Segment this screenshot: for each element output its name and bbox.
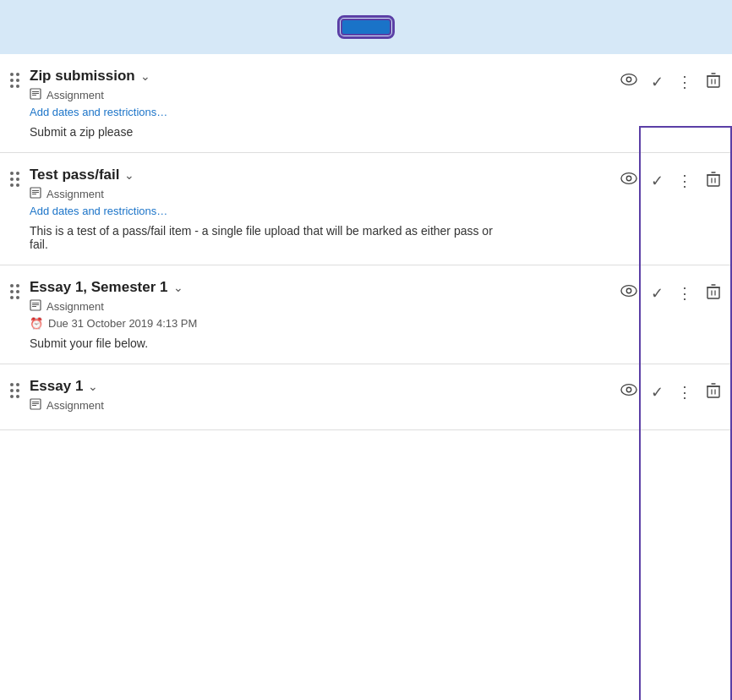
item-description: Submit your file below. [30, 336, 615, 350]
item-actions: ✓ ⋮ [615, 279, 732, 306]
chevron-down-icon[interactable]: ⌄ [140, 69, 150, 83]
item-type-label: Assignment [46, 89, 104, 101]
delete-button[interactable] [702, 69, 725, 91]
assignment-icon [30, 187, 41, 201]
more-options-button[interactable]: ⋮ [672, 69, 698, 95]
eye-icon [620, 73, 637, 86]
assignment-item: Zip submission ⌄ Assignment Add dates an… [0, 54, 732, 153]
add-dates-link[interactable]: Add dates and restrictions… [30, 106, 615, 118]
item-description: Submit a zip please [30, 125, 615, 139]
item-title-row: Essay 1 ⌄ [30, 378, 615, 395]
svg-point-27 [626, 288, 631, 293]
svg-rect-17 [707, 175, 719, 186]
svg-point-26 [621, 286, 636, 297]
due-date-text: Due 31 October 2019 4:13 PM [48, 317, 197, 330]
drag-handle[interactable] [0, 168, 26, 187]
assignment-icon [30, 88, 41, 102]
item-type-row: Assignment [30, 299, 615, 314]
chevron-down-icon[interactable]: ⌄ [173, 281, 183, 294]
drag-handle[interactable] [0, 69, 26, 88]
svg-point-4 [621, 74, 636, 85]
delete-button[interactable] [702, 168, 725, 190]
eye-icon [620, 383, 637, 396]
item-type-label: Assignment [46, 300, 104, 313]
item-actions: ✓ ⋮ [615, 68, 732, 95]
svg-point-5 [626, 77, 631, 81]
visibility-toggle-button[interactable] [615, 380, 642, 400]
due-date-row: ⏰ Due 31 October 2019 4:13 PM [30, 317, 615, 330]
delete-button[interactable] [702, 281, 725, 303]
assignment-icon [30, 299, 41, 314]
svg-point-38 [626, 387, 631, 391]
chevron-down-icon[interactable]: ⌄ [88, 380, 98, 393]
more-options-button[interactable]: ⋮ [672, 380, 698, 405]
done-editing-button[interactable] [341, 19, 391, 36]
item-main: Test pass/fail ⌄ Assignment Add dates an… [26, 167, 615, 251]
drag-handle[interactable] [0, 281, 26, 299]
item-type-label: Assignment [46, 399, 104, 412]
visibility-toggle-button[interactable] [615, 281, 642, 301]
item-description: This is a test of a pass/fail item - a s… [30, 224, 615, 251]
svg-rect-28 [707, 287, 719, 298]
item-title: Essay 1 [30, 378, 83, 395]
header [0, 0, 732, 54]
item-title: Essay 1, Semester 1 [30, 279, 168, 296]
assignment-item: Essay 1 ⌄ Assignment [0, 364, 732, 430]
eye-icon [620, 172, 637, 185]
item-title: Zip submission [30, 68, 135, 85]
item-type-row: Assignment [30, 398, 615, 413]
svg-rect-6 [707, 76, 719, 87]
svg-rect-39 [707, 386, 719, 397]
drag-handle[interactable] [0, 380, 26, 398]
check-button[interactable]: ✓ [646, 380, 669, 405]
item-main: Zip submission ⌄ Assignment Add dates an… [26, 68, 615, 139]
more-options-button[interactable]: ⋮ [672, 168, 698, 194]
item-main: Essay 1, Semester 1 ⌄ Assignment ⏰ Due 3… [26, 279, 615, 350]
svg-point-16 [626, 176, 631, 180]
assignment-item: Test pass/fail ⌄ Assignment Add dates an… [0, 153, 732, 265]
check-button[interactable]: ✓ [646, 281, 669, 306]
assignment-list: Zip submission ⌄ Assignment Add dates an… [0, 54, 732, 430]
more-options-button[interactable]: ⋮ [672, 281, 698, 306]
item-type-label: Assignment [46, 188, 104, 200]
assignment-item: Essay 1, Semester 1 ⌄ Assignment ⏰ Due 3… [0, 265, 732, 364]
item-type-row: Assignment [30, 187, 615, 201]
visibility-toggle-button[interactable] [615, 168, 642, 189]
item-title-row: Zip submission ⌄ [30, 68, 615, 85]
item-actions: ✓ ⋮ [615, 167, 732, 194]
item-type-row: Assignment [30, 88, 615, 102]
check-button[interactable]: ✓ [646, 168, 669, 194]
item-title: Test pass/fail [30, 167, 119, 183]
visibility-toggle-button[interactable] [615, 69, 642, 90]
delete-button[interactable] [702, 380, 725, 402]
svg-point-15 [621, 173, 636, 184]
item-title-row: Essay 1, Semester 1 ⌄ [30, 279, 615, 296]
chevron-down-icon[interactable]: ⌄ [124, 168, 134, 182]
item-main: Essay 1 ⌄ Assignment [26, 378, 615, 416]
add-dates-link[interactable]: Add dates and restrictions… [30, 205, 615, 217]
eye-icon [620, 284, 637, 298]
svg-point-37 [621, 385, 636, 396]
check-button[interactable]: ✓ [646, 69, 669, 95]
item-actions: ✓ ⋮ [615, 378, 732, 405]
item-title-row: Test pass/fail ⌄ [30, 167, 615, 183]
assignment-icon [30, 398, 41, 413]
clock-icon: ⏰ [30, 317, 43, 330]
